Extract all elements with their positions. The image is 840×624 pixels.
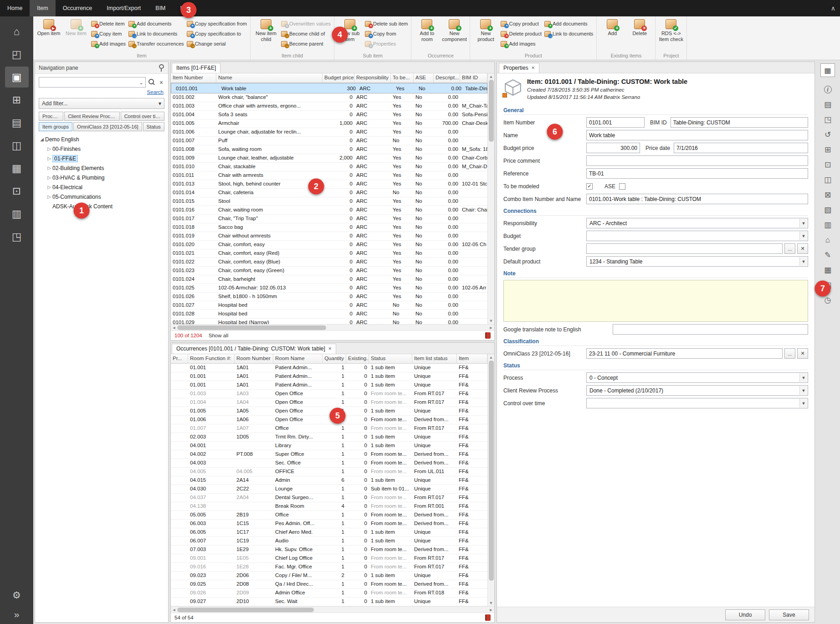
table-row[interactable]: 09.0011E05Chief Log Office10From room te… <box>171 554 487 563</box>
add-images-button[interactable]: +Add images <box>91 39 126 49</box>
filter-tab-item-groups[interactable]: Item groups <box>39 122 72 131</box>
table-row[interactable]: 01.0011A01Patient Admin...101 sub itemUn… <box>171 364 487 372</box>
table-row[interactable]: 05.0052B19Office10From room te...Derived… <box>171 511 487 520</box>
table-row[interactable]: 01.0061A06Open Office10From room te...De… <box>171 416 487 424</box>
search-input[interactable]: ⌄ <box>39 77 146 88</box>
table-row[interactable]: 0101.015Stool0ARCYesNo0.00 <box>171 197 487 206</box>
occurrences-tab[interactable]: Occurrences [0101.001 / Table-Dining: CU… <box>172 344 336 354</box>
delete-product-button[interactable]: ×Delete product <box>501 29 542 39</box>
tree-item-00-finishes[interactable]: ▷00-Finishes <box>37 144 166 154</box>
table-row[interactable]: 09.0161E28Fac. Mgr. Office10From room te… <box>171 563 487 572</box>
to-be-modeled-checkbox[interactable]: ✓ <box>586 183 593 190</box>
scroll-right-icon[interactable]: ► <box>488 608 494 612</box>
rooms-module-icon[interactable]: ◰ <box>5 44 29 65</box>
change-serial-button[interactable]: →Change serial <box>187 39 247 49</box>
clear-button[interactable]: ✕ <box>797 243 808 254</box>
column-header-quantity[interactable]: Quantity <box>323 354 346 363</box>
copy-product-button[interactable]: +Copy product <box>501 19 542 29</box>
table-row[interactable]: 04.138Break Room40From room te...From RT… <box>171 502 487 511</box>
items-list-icon[interactable]: ◳ <box>820 113 835 127</box>
report-icon[interactable] <box>485 614 491 621</box>
process-select[interactable]: 0 - Concept▼ <box>586 372 808 383</box>
home-module-icon[interactable]: ⌂ <box>5 21 29 42</box>
edit-icon[interactable]: ✎ <box>820 248 835 262</box>
rows-icon[interactable]: ▥ <box>820 218 835 232</box>
table-row[interactable]: 01.0011A01Patient Admin...101 sub itemUn… <box>171 381 487 390</box>
table-row[interactable]: 06.0071C19Audio101 sub itemUniqueFF& <box>171 537 487 546</box>
table-row[interactable]: 0101.018Sacco bag0ARCYesNo0.00 <box>171 223 487 232</box>
table-row[interactable]: 0101.006Lounge chair, adjustable for rec… <box>171 128 487 137</box>
new-item-child-button[interactable]: +New item child <box>252 18 280 43</box>
table-row[interactable]: 09.0262D09Admin Office10From room te...F… <box>171 589 487 598</box>
tree-item-01-ff-e[interactable]: ▷01-FF&E <box>37 154 166 163</box>
table-row[interactable]: 0101.026Shelf, b1800 - h 1050mm0ARCYesNo… <box>171 293 487 301</box>
table-row[interactable]: 0101.023Chair, comfort, easy (Green)0ARC… <box>171 267 487 275</box>
tree-item-02-building-elements[interactable]: ▷02-Building Elements <box>37 163 166 173</box>
close-tab-icon[interactable]: × <box>328 346 332 352</box>
collapse-ribbon-icon[interactable]: ∧ <box>831 0 835 16</box>
occurrences-horizontal-scrollbar[interactable]: ◄ ► <box>171 606 494 613</box>
network-module-icon[interactable]: ◳ <box>5 226 29 247</box>
table-row[interactable]: 0101.025102-05 Armchair: 102.05.0130ARCY… <box>171 284 487 293</box>
table-row[interactable]: 04.003Sec. Office10From room te...Derive… <box>171 459 487 468</box>
link-to-documents-button[interactable]: →Link to documents <box>544 29 593 39</box>
menu-tab-home[interactable]: Home <box>0 0 30 16</box>
table-row[interactable]: 06.0051C17Chief Aero Med.101 sub itemUni… <box>171 528 487 537</box>
column-header-pr[interactable]: Pr... <box>171 354 188 363</box>
table-row[interactable]: 09.0232D06Copy / File/ M...201 sub itemU… <box>171 572 487 580</box>
control-over-time-select[interactable]: ▼ <box>586 398 808 408</box>
items-module-icon[interactable]: ▣ <box>5 67 29 88</box>
add-documents-button[interactable]: +Add documents <box>544 19 593 29</box>
add-images-button[interactable]: +Add images <box>501 39 542 49</box>
table-row[interactable]: 0101.029Hospital bed (Narrow)0ARCNoNo0.0… <box>171 319 487 324</box>
column-header-status[interactable]: Status <box>369 354 412 363</box>
column-header-item-number[interactable]: Item Number <box>171 73 216 83</box>
table-row[interactable]: 04.001Library101 sub itemUniqueFF& <box>171 442 487 450</box>
table-row[interactable]: 0101.022Chair, comfort, easy (Blue)0ARCY… <box>171 258 487 267</box>
table-row[interactable]: 09.0252D08Qa / Hrd Direc...10From room t… <box>171 580 487 589</box>
menu-tab-import-export[interactable]: Import/Export <box>99 0 148 16</box>
copy-from-button[interactable]: +Copy from <box>365 29 408 39</box>
budget-price-input[interactable] <box>586 143 640 153</box>
table-row[interactable]: 0101.002Work chair, "balance"0ARCYesNo0.… <box>171 93 487 102</box>
tender-group-input[interactable] <box>586 243 783 254</box>
combo-input[interactable] <box>586 194 808 204</box>
new-component-button[interactable]: +New component <box>440 18 468 43</box>
column-header-ase[interactable]: ASE <box>414 73 434 83</box>
table-row[interactable]: 04.0302C22Lounge10Sub item to 01...Uniqu… <box>171 485 487 494</box>
column-header-item[interactable]: Item <box>457 354 487 363</box>
bim-id-input[interactable] <box>671 117 808 128</box>
column-header-existing[interactable]: Existing... <box>346 354 369 363</box>
scroll-left-icon[interactable]: ◄ <box>171 608 177 612</box>
components-icon[interactable]: ⊞ <box>820 143 835 157</box>
scroll-down-icon[interactable]: ▼ <box>489 600 493 606</box>
ase-checkbox[interactable] <box>619 183 625 190</box>
undo-button[interactable]: Undo <box>725 609 765 620</box>
table-row[interactable]: 0101.008Sofa, waiting room0ARCYesNo0.00M… <box>171 145 487 154</box>
table-row[interactable]: 01.0051A05Open Office101 sub itemUniqueF… <box>171 407 487 416</box>
attachments-icon[interactable]: ⊠ <box>820 188 835 202</box>
table-row[interactable]: 0101.021Chair, comfort, easy (Red)0ARCYe… <box>171 249 487 258</box>
table-row[interactable]: 0101.004Sofa 3 seats0ARCYesNo0.00Sofa-Pe… <box>171 111 487 119</box>
table-row[interactable]: 04.00504.005OFFICE10From room te...From … <box>171 468 487 476</box>
table-row[interactable]: 01.0071A07Office10From room te...From RT… <box>171 424 487 433</box>
table-row[interactable]: 04.002PT.008Super Office10From room te..… <box>171 450 487 459</box>
new-product-button[interactable]: +New product <box>472 18 499 43</box>
column-header-to-be[interactable]: To be... <box>391 73 414 83</box>
table-row[interactable]: 09.0272D10Sec. Wait101 sub itemUniqueFF& <box>171 598 487 606</box>
reports-module-icon[interactable]: ▤ <box>5 112 29 133</box>
column-header-name[interactable]: Name <box>216 73 323 83</box>
table-row[interactable]: 0101.019Chair without armrests0ARCYesNo0… <box>171 232 487 241</box>
items-vertical-scrollbar[interactable]: ▲ ▼ <box>487 73 494 324</box>
pin-icon[interactable] <box>158 64 164 72</box>
table-row[interactable]: 0101.016Chair, waiting room0ARCYesNo0.00… <box>171 206 487 215</box>
table-row[interactable]: 02.0031D05Trmt Rm. Dirty...101 sub itemU… <box>171 433 487 442</box>
close-tab-icon[interactable]: × <box>532 65 535 71</box>
column-header-responsibility[interactable]: Responsibility <box>354 73 391 83</box>
column-header-item-list-status[interactable]: Item list status <box>412 354 457 363</box>
responsibility-select[interactable]: ARC - Architect▼ <box>586 218 808 228</box>
column-header-room-name[interactable]: Room Name <box>273 354 323 363</box>
open-item-button[interactable]: ▸Open item <box>35 18 62 38</box>
table-row[interactable]: 0101.005Armchair1,000ARCYesNo700.00Chair… <box>171 119 487 128</box>
tree-item-adsk-autodesk-content[interactable]: ADSK-Autodesk Content <box>37 201 166 211</box>
